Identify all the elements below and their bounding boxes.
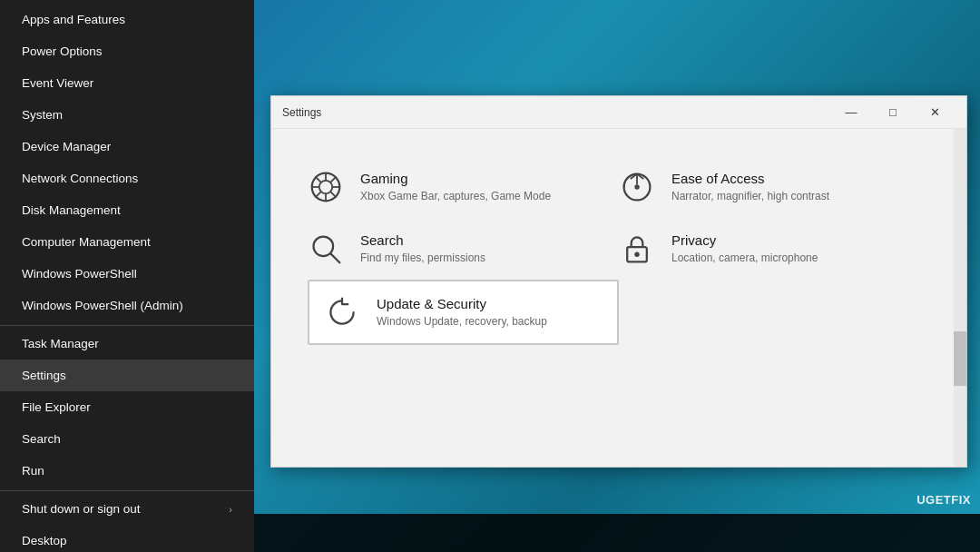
menu-item-file-explorer[interactable]: File Explorer [0,391,254,423]
settings-item-title: Search [360,232,485,248]
settings-item-search[interactable]: SearchFind my files, permissions [308,218,619,280]
settings-item-update-security[interactable]: Update & SecurityWindows Update, recover… [308,280,619,345]
menu-item-label: System [22,108,63,122]
menu-item-system[interactable]: System [0,99,254,131]
menu-item-label: File Explorer [22,400,91,414]
scrollbar-thumb[interactable] [954,331,966,386]
menu-item-shut-down[interactable]: Shut down or sign out› [0,490,254,525]
menu-item-label: Apps and Features [22,13,125,26]
menu-item-task-manager[interactable]: Task Manager [0,325,254,360]
update-icon [324,294,360,330]
menu-item-event-viewer[interactable]: Event Viewer [0,67,254,99]
settings-item-title: Gaming [360,171,551,186]
menu-item-windows-powershell[interactable]: Windows PowerShell [0,258,254,290]
watermark: UGETFIX [916,493,971,507]
settings-item-text: SearchFind my files, permissions [360,231,485,266]
menu-item-label: Disk Management [22,203,121,217]
chevron-right-icon: › [229,504,232,515]
settings-item-desc: Windows Update, recovery, backup [377,314,547,330]
menu-item-power-options[interactable]: Power Options [0,35,254,67]
settings-item-desc: Find my files, permissions [360,251,485,266]
menu-item-apps-features[interactable]: Apps and Features [0,4,254,35]
context-menu: Apps and FeaturesPower OptionsEvent View… [0,0,254,552]
menu-item-device-manager[interactable]: Device Manager [0,131,254,163]
menu-item-label: Shut down or sign out [22,502,141,516]
menu-item-desktop[interactable]: Desktop [0,525,254,552]
menu-item-label: Run [22,464,44,478]
ease-icon [619,169,655,205]
window-title: Settings [282,106,830,119]
svg-line-9 [315,192,320,197]
settings-item-ease-of-access[interactable]: Ease of AccessNarrator, magnifier, high … [619,156,930,218]
menu-item-settings[interactable]: Settings [0,360,254,391]
svg-line-7 [330,192,336,197]
settings-item-title: Update & Security [377,296,547,311]
menu-item-computer-management[interactable]: Computer Management [0,226,254,258]
menu-item-network-connections[interactable]: Network Connections [0,163,254,194]
svg-line-6 [315,176,320,182]
settings-item-desc: Narrator, magnifier, high contrast [671,189,829,204]
svg-line-16 [330,253,339,262]
search-icon [308,231,344,267]
settings-item-desc: Xbox Game Bar, captures, Game Mode [360,189,551,204]
maximize-button[interactable]: □ [872,98,914,127]
settings-item-privacy[interactable]: PrivacyLocation, camera, microphone [619,218,930,280]
menu-item-label: Desktop [22,534,67,547]
menu-item-label: Windows PowerShell (Admin) [22,299,183,312]
svg-point-13 [634,184,639,189]
settings-content: GamingXbox Game Bar, captures, Game Mode… [271,129,966,467]
gaming-icon [308,169,344,205]
privacy-icon [619,231,655,267]
menu-item-label: Network Connections [22,172,138,185]
menu-item-windows-powershell-admin[interactable]: Windows PowerShell (Admin) [0,290,254,321]
menu-item-label: Computer Management [22,235,151,249]
settings-item-text: Update & SecurityWindows Update, recover… [377,294,547,330]
settings-item-title: Privacy [671,232,818,248]
menu-item-label: Power Options [22,44,103,58]
minimize-button[interactable]: — [830,98,872,127]
scrollbar-track[interactable] [954,129,966,467]
settings-item-text: PrivacyLocation, camera, microphone [671,231,818,266]
window-controls: — □ ✕ [830,98,956,127]
close-button[interactable]: ✕ [914,98,956,127]
menu-item-disk-management[interactable]: Disk Management [0,194,254,226]
settings-item-text: Ease of AccessNarrator, magnifier, high … [671,169,829,204]
svg-line-8 [330,176,336,182]
menu-item-search[interactable]: Search [0,423,254,455]
menu-item-label: Task Manager [22,337,99,350]
menu-item-run[interactable]: Run [0,455,254,487]
settings-item-desc: Location, camera, microphone [671,251,818,266]
svg-point-18 [634,252,639,257]
menu-item-label: Windows PowerShell [22,267,137,281]
settings-item-gaming[interactable]: GamingXbox Game Bar, captures, Game Mode [308,156,619,218]
settings-item-text: GamingXbox Game Bar, captures, Game Mode [360,169,551,204]
menu-item-label: Device Manager [22,140,111,153]
settings-window: Settings — □ ✕ GamingXbox Game Bar, capt… [270,95,967,468]
settings-item-title: Ease of Access [671,171,829,186]
window-titlebar: Settings — □ ✕ [271,96,966,129]
menu-item-label: Event Viewer [22,76,93,90]
menu-item-label: Search [22,432,61,446]
svg-point-1 [319,181,332,193]
menu-item-label: Settings [22,369,66,382]
